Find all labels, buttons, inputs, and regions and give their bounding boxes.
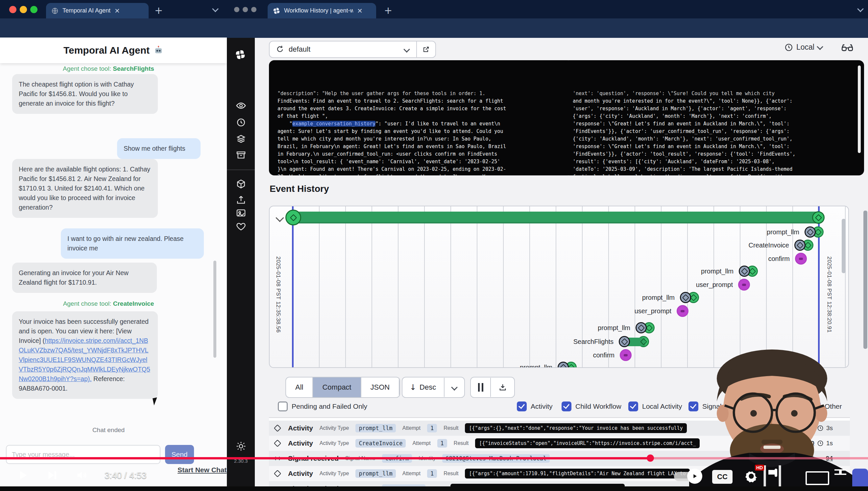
new-tab-button[interactable]: + — [155, 5, 163, 16]
event-type-checkbox[interactable]: Local Activity — [628, 402, 682, 411]
chat-scrollbar[interactable] — [213, 261, 216, 358]
miniplayer-button[interactable] — [775, 469, 777, 477]
captions-button[interactable]: CC — [712, 470, 733, 484]
timeline-event-markers[interactable] — [558, 362, 577, 368]
timeline-event[interactable]: confirm — [768, 252, 807, 265]
external-link-icon[interactable] — [422, 46, 430, 53]
checkbox-checked[interactable] — [517, 402, 527, 411]
event-scheduled-marker[interactable] — [794, 239, 806, 251]
timeline-event[interactable]: prompt_llm — [598, 321, 655, 334]
signal-marker[interactable] — [738, 279, 750, 291]
reader-glasses-icon[interactable] — [840, 42, 854, 53]
checkbox-checked[interactable] — [628, 402, 638, 411]
signal-marker[interactable] — [795, 253, 807, 265]
field-chip[interactable]: 1 — [437, 439, 447, 447]
chevron-down-icon[interactable] — [212, 6, 219, 12]
signal-marker[interactable] — [620, 349, 631, 361]
new-tab-button[interactable]: + — [384, 5, 392, 16]
event-completed-marker[interactable] — [638, 336, 649, 347]
timeline-event-markers[interactable] — [677, 305, 688, 317]
timeline-event-markers[interactable] — [620, 349, 631, 361]
sun-icon[interactable] — [236, 441, 246, 452]
tab-workflow-history[interactable]: Workflow History | agent-wor ✕ — [268, 3, 376, 19]
minimize-window-button[interactable] — [20, 6, 27, 13]
field-chip[interactable]: prompt_llm — [355, 424, 396, 432]
chevron-down-icon[interactable] — [857, 6, 864, 12]
event-scheduled-marker[interactable] — [619, 336, 630, 347]
zoom-window-button[interactable] — [251, 7, 256, 12]
video-playhead[interactable] — [647, 455, 654, 462]
checkbox-unchecked[interactable] — [278, 402, 288, 411]
pause-button[interactable] — [478, 383, 483, 392]
message-input[interactable] — [6, 445, 160, 464]
upload-icon[interactable] — [236, 195, 246, 205]
field-chip[interactable]: 1 — [427, 424, 437, 432]
video-progress-remaining[interactable] — [650, 457, 868, 459]
history-clock-icon[interactable] — [236, 117, 246, 128]
code-scrollbar[interactable] — [858, 65, 861, 153]
result-code-chip[interactable]: [{"invoiceStatus":"open","invoiceURL":"h… — [475, 438, 700, 448]
close-tab-icon[interactable]: ✕ — [357, 7, 363, 15]
autoplay-knob[interactable] — [687, 469, 702, 484]
signal-marker[interactable] — [677, 305, 688, 317]
volume-icon[interactable] — [75, 469, 88, 481]
time-zone-selector[interactable]: Local — [784, 43, 822, 52]
timeline-event[interactable]: CreateInvoice — [749, 239, 813, 252]
inner-scrollbar[interactable] — [842, 219, 846, 273]
play-button-icon[interactable] — [17, 468, 29, 483]
timeline-event-markers[interactable] — [738, 279, 750, 291]
close-tab-icon[interactable]: ✕ — [115, 7, 120, 15]
timeline-event[interactable]: prompt_llm — [767, 225, 824, 239]
minimize-window-button[interactable] — [243, 7, 248, 12]
timeline-event[interactable]: prompt_llm — [701, 265, 758, 278]
event-scheduled-marker[interactable] — [805, 226, 816, 238]
workflow-input-json[interactable]: "description": "Help the user gather arg… — [269, 60, 573, 175]
video-progress-played[interactable] — [0, 457, 650, 459]
timeline-event-markers[interactable] — [619, 336, 649, 347]
timeline-event-markers[interactable] — [680, 292, 699, 303]
namespace-selector[interactable]: default — [269, 41, 436, 58]
page-scrollbar[interactable] — [863, 211, 867, 349]
tab-temporal-ai-agent[interactable]: Temporal AI Agent ✕ — [46, 3, 149, 19]
timeline-event-markers[interactable] — [739, 266, 758, 277]
timeline-event[interactable]: confirm — [593, 348, 631, 362]
sort-order-button[interactable]: ↓ Desc — [402, 377, 465, 398]
eye-icon[interactable] — [236, 100, 246, 111]
timeline-event-markers[interactable] — [636, 322, 655, 334]
view-mode-option[interactable]: JSON — [361, 377, 400, 397]
send-button[interactable]: Send — [165, 445, 194, 464]
workflow-start-marker[interactable] — [285, 210, 301, 225]
download-icon[interactable] — [498, 383, 507, 392]
result-code-chip[interactable]: [{"args":{"amount":1710.91,"flightDetail… — [465, 469, 689, 479]
next-button-icon[interactable] — [46, 469, 58, 481]
workflow-result-json[interactable]: 'next': 'question', 'response': \"Sure! … — [564, 60, 864, 175]
timeline-event-markers[interactable] — [795, 253, 807, 265]
field-chip[interactable]: CreateInvoice — [355, 439, 406, 447]
workflow-execution-bar[interactable] — [292, 211, 819, 224]
timeline-event[interactable]: prompt_llm — [520, 361, 577, 368]
image-icon[interactable] — [236, 208, 246, 218]
cube-icon[interactable] — [236, 179, 246, 189]
timeline-event[interactable]: prompt_llm — [642, 291, 699, 304]
event-type-checkbox[interactable]: Activity — [517, 402, 553, 411]
chevron-down-icon[interactable] — [451, 384, 458, 391]
event-scheduled-marker[interactable] — [558, 362, 569, 368]
timeline-event[interactable]: user_prompt — [696, 278, 750, 291]
event-scheduled-marker[interactable] — [680, 292, 691, 303]
field-chip[interactable]: prompt_llm — [355, 469, 396, 478]
view-mode-option[interactable]: All — [286, 377, 313, 397]
timeline-event[interactable]: user_prompt — [634, 305, 688, 318]
timeline-event[interactable]: SearchFlights — [574, 335, 649, 348]
close-window-button[interactable] — [9, 6, 17, 13]
archive-icon[interactable] — [236, 150, 246, 160]
layers-icon[interactable] — [236, 134, 246, 144]
event-scheduled-marker[interactable] — [739, 266, 750, 277]
settings-gear-button[interactable]: HD — [744, 469, 759, 485]
zoom-window-button[interactable] — [30, 6, 37, 13]
checkbox-checked[interactable] — [562, 402, 571, 411]
event-scheduled-marker[interactable] — [636, 322, 647, 334]
workflow-end-marker[interactable] — [812, 211, 825, 224]
timeline-event-markers[interactable] — [794, 239, 813, 251]
start-new-chat-link[interactable]: Start New Chat — [178, 466, 226, 474]
close-window-button[interactable] — [234, 7, 239, 12]
